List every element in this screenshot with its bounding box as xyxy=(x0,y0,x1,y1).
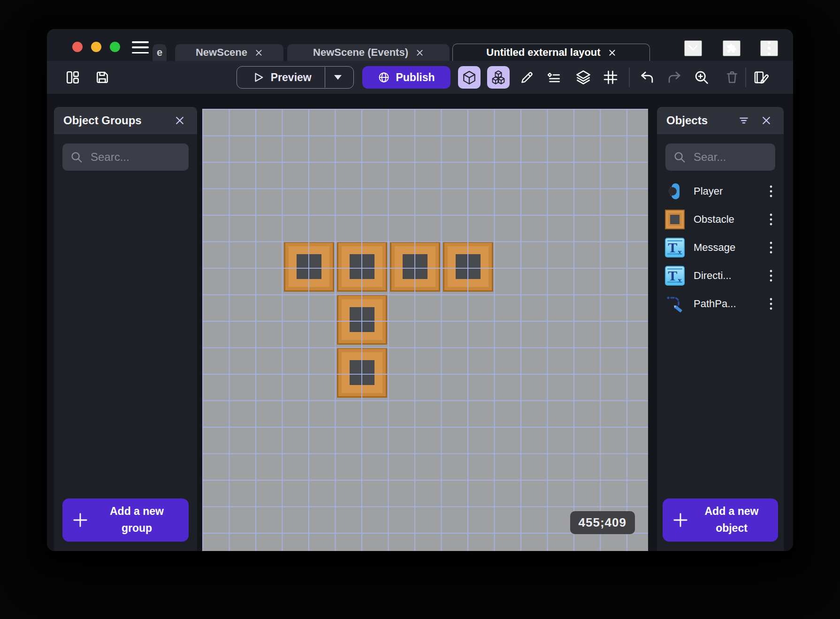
more-options-dots-icon[interactable] xyxy=(760,40,778,56)
objects-search-box xyxy=(665,143,775,171)
tab-label: NewScene (Events) xyxy=(313,46,408,59)
obstacle-instance[interactable] xyxy=(337,347,387,398)
object-row-pathpainter[interactable]: PathPa... xyxy=(657,290,784,318)
obstacle-bevel xyxy=(289,246,329,287)
preview-dropdown-caret-icon[interactable] xyxy=(325,67,351,88)
edit-scene-properties-button[interactable] xyxy=(751,67,771,88)
tab-close-icon[interactable] xyxy=(255,49,263,57)
text-object-icon: Tx xyxy=(664,237,685,258)
delete-trash-button[interactable] xyxy=(722,67,742,88)
open-project-manager-button[interactable] xyxy=(62,67,83,88)
tab-close-icon[interactable] xyxy=(416,49,424,57)
object-groups-title: Object Groups xyxy=(63,114,165,127)
cursor-coordinates-badge: 455;409 xyxy=(570,511,635,534)
zoom-in-button[interactable] xyxy=(691,67,712,88)
close-panel-icon[interactable] xyxy=(172,113,188,128)
object-row-directions[interactable]: Tx Directi... xyxy=(657,262,784,290)
obstacle-bevel xyxy=(395,246,435,287)
obstacle-core xyxy=(350,307,374,332)
scene-canvas[interactable]: 455;409 xyxy=(202,109,648,551)
add-group-label: Add a new group xyxy=(92,503,182,536)
object-menu-dots-icon[interactable] xyxy=(765,266,777,285)
player-icon xyxy=(664,181,685,202)
maximize-window-button[interactable] xyxy=(110,42,120,52)
edit-scene-mode-button[interactable] xyxy=(458,66,481,89)
object-row-obstacle[interactable]: Obstacle xyxy=(657,205,784,234)
tab-newscene[interactable]: NewScene xyxy=(175,44,283,61)
object-menu-dots-icon[interactable] xyxy=(765,210,777,229)
close-window-button[interactable] xyxy=(72,42,83,52)
content-area: Object Groups xyxy=(47,94,793,551)
obstacle-core xyxy=(350,360,374,385)
tab-label: Untitled external layout xyxy=(486,46,600,59)
obstacle-instance[interactable] xyxy=(390,242,440,292)
grid-icon[interactable] xyxy=(600,67,621,88)
toolbar-divider xyxy=(745,68,746,87)
layers-icon[interactable] xyxy=(573,67,594,88)
window-chevron-down-icon[interactable] xyxy=(684,40,702,56)
toolbar: Preview Publish xyxy=(47,61,793,94)
objects-title: Objects xyxy=(666,114,729,127)
close-panel-icon[interactable] xyxy=(758,113,774,128)
obstacle-bevel xyxy=(448,246,489,287)
publish-button[interactable]: Publish xyxy=(362,66,451,89)
groups-search-input[interactable] xyxy=(90,150,181,164)
groups-search-box xyxy=(62,143,189,171)
search-icon xyxy=(673,151,686,164)
obstacle-instance[interactable] xyxy=(337,294,387,345)
preview-button[interactable]: Preview xyxy=(237,66,354,89)
object-name: PathPa... xyxy=(694,298,756,310)
text-object-icon: Tx xyxy=(664,265,685,286)
globe-icon xyxy=(378,71,390,83)
object-name: Player xyxy=(694,185,756,197)
object-name: Directi... xyxy=(694,270,756,282)
instances-mode-button[interactable] xyxy=(487,66,510,89)
object-menu-dots-icon[interactable] xyxy=(765,182,777,201)
object-menu-dots-icon[interactable] xyxy=(765,238,777,257)
obstacle-instance[interactable] xyxy=(284,242,334,292)
extensions-puzzle-icon[interactable] xyxy=(723,40,741,56)
tab-untitled-external-layout[interactable]: Untitled external layout xyxy=(452,44,650,61)
objects-panel: Objects xyxy=(657,107,784,551)
tab-close-icon[interactable] xyxy=(608,49,616,57)
obstacle-bevel xyxy=(342,299,382,340)
objects-search-input[interactable] xyxy=(693,150,768,164)
object-row-message[interactable]: Tx Message xyxy=(657,234,784,262)
redo-button[interactable] xyxy=(664,67,685,88)
cube-icon xyxy=(462,70,477,85)
add-object-label: Add a new object xyxy=(692,503,771,536)
object-name: Message xyxy=(694,242,756,254)
main-menu-icon[interactable] xyxy=(132,41,149,53)
instances-list-icon[interactable] xyxy=(543,67,564,88)
toolbar-divider xyxy=(629,68,630,87)
object-menu-dots-icon[interactable] xyxy=(765,294,777,313)
publish-label: Publish xyxy=(396,71,435,84)
object-groups-panel: Object Groups xyxy=(54,107,197,551)
undo-button[interactable] xyxy=(636,67,657,88)
save-button[interactable] xyxy=(92,67,113,88)
play-icon xyxy=(253,72,264,83)
obstacle-icon xyxy=(664,209,685,230)
tab-label: NewScene xyxy=(196,46,247,59)
obstacle-instance[interactable] xyxy=(443,242,493,292)
object-groups-header: Object Groups xyxy=(54,107,197,134)
add-group-button[interactable]: Add a new group xyxy=(62,498,189,542)
pencil-edit-icon[interactable] xyxy=(516,67,537,88)
minimize-window-button[interactable] xyxy=(91,42,101,52)
obstacle-bevel xyxy=(342,246,382,287)
desktop: e NewScene NewScene (Events) Untitled ex… xyxy=(0,0,840,619)
cubes-stack-icon xyxy=(491,70,506,85)
canvas-grid xyxy=(202,109,648,551)
obstacle-instance[interactable] xyxy=(337,242,387,292)
tab-newscene-events[interactable]: NewScene (Events) xyxy=(287,44,450,61)
obstacle-core xyxy=(456,254,481,279)
add-object-button[interactable]: Add a new object xyxy=(663,498,778,542)
filter-icon[interactable] xyxy=(736,113,752,128)
tab-clipped[interactable]: e xyxy=(153,44,167,61)
search-icon xyxy=(70,151,83,164)
tab-label: e xyxy=(157,46,162,59)
object-row-player[interactable]: Player xyxy=(657,177,784,205)
plus-icon xyxy=(672,512,689,528)
app-window: e NewScene NewScene (Events) Untitled ex… xyxy=(47,29,793,551)
obstacle-bevel xyxy=(342,352,382,393)
